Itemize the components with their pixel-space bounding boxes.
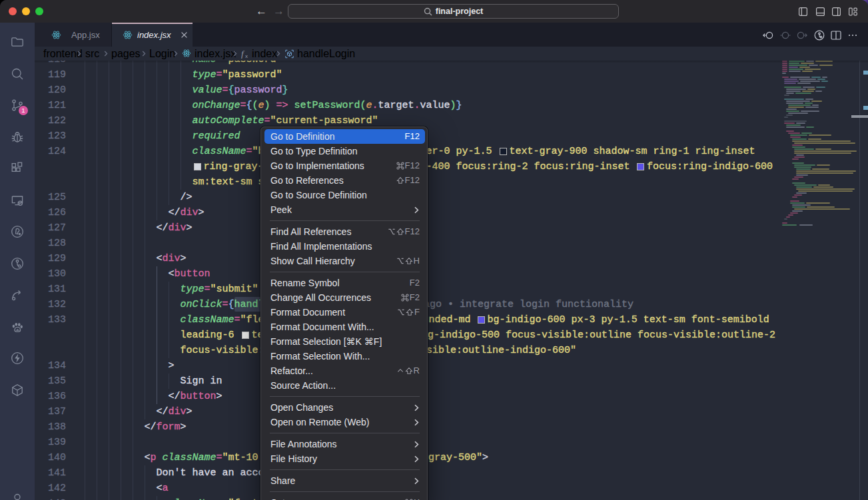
- svg-text:x: x: [245, 53, 248, 59]
